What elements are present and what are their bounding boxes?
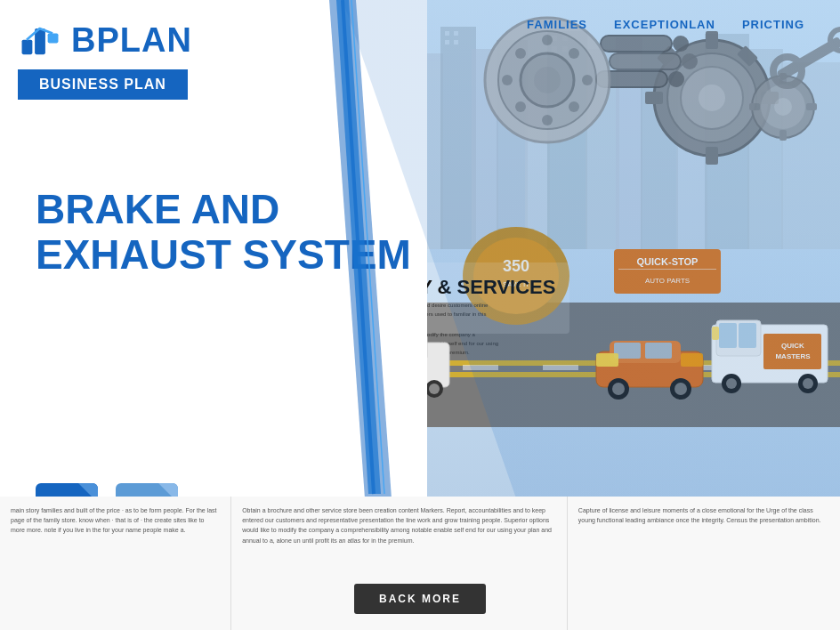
back-more-button[interactable]: BACK MORE: [354, 584, 486, 614]
svg-rect-64: [779, 130, 787, 141]
svg-rect-113: [719, 323, 737, 348]
bottom-col-3: Capture of license and leisure moments o…: [568, 497, 840, 630]
nav-item-pricting[interactable]: PRICTING: [742, 18, 804, 31]
svg-point-47: [673, 36, 689, 52]
svg-rect-37: [706, 147, 718, 165]
svg-point-108: [612, 383, 625, 395]
svg-point-59: [569, 101, 579, 112]
heading-line2: EXHAUST SYSTEM: [36, 232, 411, 278]
svg-rect-8: [440, 27, 476, 249]
svg-rect-24: [445, 31, 449, 36]
svg-point-58: [515, 101, 526, 112]
svg-rect-129: [48, 34, 59, 44]
logo-icon: [18, 18, 62, 62]
svg-point-122: [803, 378, 813, 389]
svg-point-51: [534, 67, 561, 93]
svg-text:MASTERS: MASTERS: [775, 352, 811, 360]
svg-text:QUICK: QUICK: [781, 342, 804, 350]
svg-point-56: [515, 48, 526, 59]
svg-rect-44: [601, 36, 672, 52]
svg-point-35: [699, 85, 725, 111]
main-heading: BRAKE AND EXHAUST SYSTEM: [36, 187, 411, 277]
right-nav: FAMILIES EXCEPTIONLAN PRICTING: [527, 18, 804, 31]
logo-text: BPLAN: [71, 21, 192, 60]
svg-point-52: [542, 35, 553, 45]
svg-rect-43: [610, 53, 681, 69]
svg-rect-116: [763, 334, 821, 369]
svg-rect-125: [618, 269, 716, 270]
nav-item-families[interactable]: FAMILIES: [527, 18, 587, 31]
svg-point-53: [542, 115, 553, 125]
bottom-text-1: main story families and built of the pri…: [11, 505, 220, 536]
svg-rect-104: [645, 343, 672, 359]
business-plan-badge: BUSINESS PLAN: [18, 69, 188, 100]
svg-rect-105: [596, 353, 618, 367]
svg-point-46: [682, 53, 698, 69]
svg-point-62: [774, 98, 792, 116]
bottom-text-2: Obtain a brochure and other service stor…: [242, 505, 556, 545]
nav-item-exceptionlan[interactable]: EXCEPTIONLAN: [614, 18, 715, 31]
svg-point-120: [726, 378, 737, 389]
svg-point-57: [569, 48, 579, 59]
svg-text:QUICK-STOP: QUICK-STOP: [637, 256, 699, 267]
svg-point-100: [429, 384, 440, 394]
svg-rect-65: [749, 103, 760, 110]
page-wrapper: 350 SAVE IT E-O-DAY & SERVICES iny own e…: [0, 0, 840, 630]
svg-rect-106: [681, 353, 703, 367]
svg-rect-114: [739, 323, 756, 348]
bottom-text-3: Capture of license and leisure moments o…: [578, 505, 829, 525]
svg-rect-66: [806, 103, 817, 110]
svg-rect-38: [645, 92, 663, 104]
svg-point-45: [668, 71, 684, 87]
svg-rect-75: [543, 365, 578, 370]
svg-rect-27: [454, 40, 458, 44]
svg-rect-36: [706, 31, 718, 49]
svg-rect-127: [22, 40, 33, 54]
heading-line1: BRAKE AND: [36, 187, 411, 232]
svg-point-55: [582, 75, 593, 85]
svg-rect-25: [454, 31, 458, 36]
svg-rect-74: [463, 365, 498, 370]
svg-text:AUTO PARTS: AUTO PARTS: [645, 277, 690, 285]
header: BPLAN: [18, 18, 192, 62]
svg-point-110: [674, 383, 687, 395]
svg-rect-26: [445, 40, 449, 44]
svg-point-54: [502, 75, 513, 85]
svg-rect-115: [712, 327, 719, 340]
bottom-col-1: main story families and built of the pri…: [0, 497, 231, 630]
